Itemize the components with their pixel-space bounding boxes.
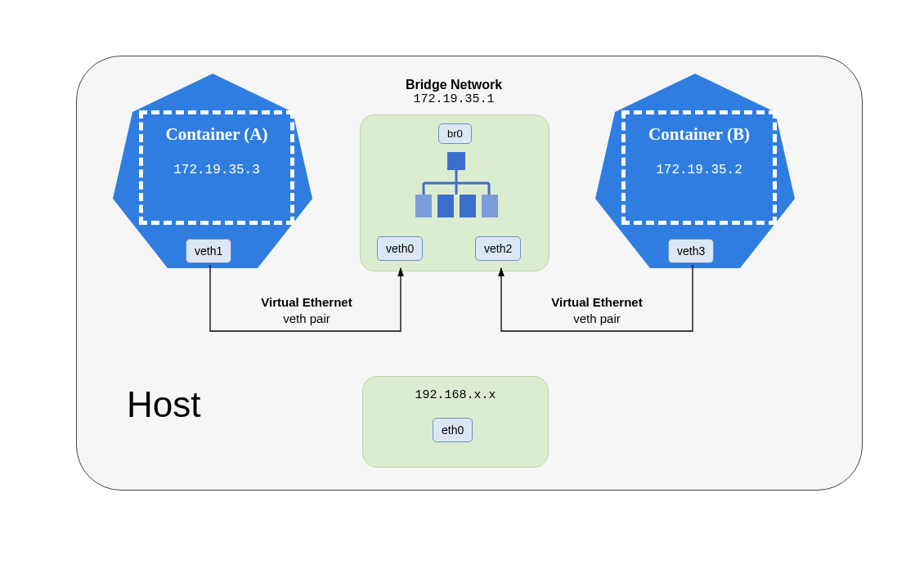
veth-pair-left-sub: veth pair: [283, 311, 330, 325]
svg-rect-8: [460, 195, 476, 217]
container-b-inner: Container (B) 172.19.35.2: [621, 110, 777, 225]
bridge-veth0: veth0: [377, 236, 423, 261]
container-b-name: Container (B): [626, 124, 773, 145]
svg-rect-9: [482, 195, 498, 217]
svg-rect-0: [447, 152, 465, 170]
container-a-inner: Container (A) 172.19.35.3: [139, 110, 294, 225]
veth-pair-left-title: Virtual Ethernet: [261, 295, 352, 309]
container-b-ip: 172.19.35.2: [626, 163, 773, 177]
bridge-tree-icon: [411, 152, 501, 222]
host-nic-ip: 192.168.x.x: [363, 388, 548, 402]
container-a-ip: 172.19.35.3: [143, 163, 290, 177]
container-a-veth: veth1: [186, 239, 231, 263]
bridge-ip: 172.19.35.1: [360, 92, 548, 106]
host-nic-panel: 192.168.x.x eth0: [362, 376, 549, 468]
host-label: Host: [127, 384, 200, 425]
bridge-veth2: veth2: [475, 236, 521, 261]
bridge-title-block: Bridge Network 172.19.35.1: [360, 78, 548, 106]
veth-pair-right-title: Virtual Ethernet: [551, 295, 642, 309]
bridge-br0: br0: [438, 123, 472, 144]
veth-pair-right-sub: veth pair: [573, 311, 621, 325]
host-nic-if: eth0: [433, 418, 473, 442]
veth-pair-right: Virtual Ethernet veth pair: [532, 294, 662, 326]
container-a-name: Container (A): [143, 124, 290, 145]
veth-pair-left: Virtual Ethernet veth pair: [241, 294, 372, 326]
svg-rect-6: [415, 195, 432, 217]
container-b-veth: veth3: [668, 239, 714, 263]
bridge-panel: br0 veth0 veth2: [360, 114, 549, 271]
bridge-title: Bridge Network: [360, 78, 548, 92]
svg-rect-7: [437, 195, 454, 217]
